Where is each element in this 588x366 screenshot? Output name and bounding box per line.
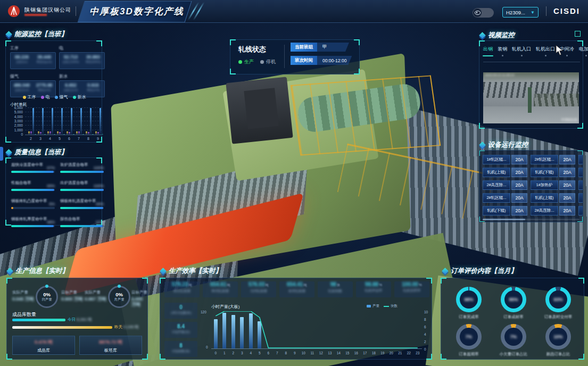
bar bbox=[32, 108, 34, 135]
slab-stock-card: 8876.72 吨 板坯库 bbox=[79, 336, 142, 355]
quality-label: 装炉温度合格率 bbox=[60, 162, 88, 167]
bar bbox=[61, 108, 63, 135]
equipment-label: 1#轧区辊... bbox=[483, 155, 510, 164]
y-tick-label: 0 bbox=[9, 132, 23, 136]
quality-panel-title: 质量信息【当班】 bbox=[6, 148, 68, 157]
left-edge-tab[interactable] bbox=[0, 147, 3, 161]
quality-progress-track bbox=[60, 189, 104, 191]
hour-tick: 7 bbox=[274, 351, 280, 355]
x-tick-label: 5 bbox=[56, 137, 63, 140]
quality-value: 99% bbox=[47, 184, 55, 188]
energy-panel: 工序68.226总耗(tce)39.449单耗(kgce/t)电52.713总耗… bbox=[5, 40, 102, 143]
shift-time-badge: 班次时间 00:00-12:00 bbox=[291, 56, 352, 65]
hour-tick: 18 bbox=[370, 351, 377, 355]
bar bbox=[54, 134, 55, 135]
day-output-gauge: 0% 日产量 bbox=[36, 286, 58, 308]
equipment-row: 2#高压除...20A1#加热炉20A bbox=[483, 180, 583, 190]
bar bbox=[102, 134, 103, 135]
finished-stock-card: 0.476 吨 成品库 bbox=[12, 336, 75, 355]
quality-label: 钢板终轧厚度命中率 bbox=[11, 217, 47, 221]
quality-value: 98% bbox=[47, 220, 55, 224]
energy-value: 68.226 bbox=[11, 54, 33, 60]
legend-dot-icon bbox=[55, 96, 58, 99]
efficiency-panel-title: 生产效率【实时】 bbox=[161, 267, 222, 276]
camera-tab-3[interactable]: 轧机入口 bbox=[512, 46, 531, 53]
quality-progress-fill bbox=[60, 207, 103, 209]
energy-metric: 52.713总耗(万kWh) bbox=[60, 53, 82, 69]
legend-label: 新水 bbox=[78, 95, 86, 99]
energy-unit: 单耗(kWh/t) bbox=[82, 60, 104, 64]
equipment-label: 2#高压除... bbox=[483, 180, 510, 190]
equipment-item-partial bbox=[578, 168, 583, 177]
energy-metric: 68.226总耗(tce) bbox=[11, 53, 33, 69]
hour-tick: 2 bbox=[230, 351, 236, 355]
company-logo-icon bbox=[7, 5, 20, 18]
page-title: 中厚板3D数字化产线 bbox=[89, 5, 184, 18]
hour-tick: 21 bbox=[397, 351, 403, 355]
bar bbox=[30, 131, 32, 135]
camera-tab-6[interactable]: 电加热 bbox=[579, 46, 588, 53]
energy-group-name: 煤气 bbox=[10, 73, 56, 79]
equipment-item-partial bbox=[578, 193, 583, 203]
hour-tick: 12 bbox=[318, 351, 324, 355]
mouse-cursor bbox=[556, 45, 564, 56]
bar bbox=[44, 134, 46, 135]
equipment-label: 轧机(上辊) bbox=[483, 168, 510, 177]
month-target-value: 5.000 万吨 bbox=[131, 296, 147, 308]
equipment-value: 20A bbox=[559, 155, 575, 164]
equipment-label: 2#高压除... bbox=[531, 206, 558, 215]
donut-value: 7% bbox=[456, 324, 482, 350]
bar bbox=[59, 132, 61, 135]
y-tick-label: 1,000 bbox=[9, 128, 23, 132]
camera-tab-2[interactable]: 装钢 bbox=[498, 46, 507, 53]
tab-underline bbox=[483, 62, 580, 62]
energy-group-values: 68.226总耗(tce)39.449单耗(kgce/t) bbox=[10, 52, 56, 69]
y-tick-label: 6,000 bbox=[9, 106, 23, 110]
quality-value: 99% bbox=[96, 202, 104, 206]
month-output-gauge: 0% 月产量 bbox=[108, 286, 130, 308]
header-divider bbox=[546, 6, 546, 16]
quality-item: 装炉温度合格率100% bbox=[60, 161, 104, 175]
cctv-thumbnail[interactable]: 2023-09-13 11:28:14 中厚板轧线 bbox=[483, 72, 579, 123]
right-axis-tick: 6 bbox=[424, 325, 426, 329]
quality-progress-fill bbox=[11, 189, 54, 191]
legend-label: 工序 bbox=[28, 95, 36, 99]
energy-group-name: 工序 bbox=[10, 45, 56, 51]
quality-item: 钢板终轧温度命中率99% bbox=[60, 197, 104, 211]
hour-tick: 16 bbox=[353, 351, 359, 355]
x-tick-label: 9 bbox=[94, 137, 102, 140]
top-bar: 陕钢集团汉钢公司 中厚板3D数字化产线 H2309... ▼ CISDI bbox=[0, 0, 588, 23]
donut-value: 98% bbox=[456, 287, 482, 312]
scrollbar-thumb[interactable] bbox=[483, 219, 525, 220]
visibility-toggle[interactable] bbox=[473, 8, 494, 18]
company-subtext bbox=[24, 14, 47, 16]
equipment-scrollbar[interactable] bbox=[483, 219, 579, 220]
quality-progress-track bbox=[11, 225, 55, 227]
donut-label: 订单成材率 bbox=[490, 314, 537, 320]
expand-icon[interactable] bbox=[575, 31, 581, 37]
bar bbox=[80, 108, 82, 135]
production-panel: 实际产量 0.045 万吨 0% 日产量 目标产量 0.900 万吨 实际产量 … bbox=[6, 278, 148, 360]
hour-tick: 14 bbox=[335, 351, 342, 355]
equipment-value: 20A bbox=[511, 168, 527, 177]
bar bbox=[69, 132, 70, 135]
quality-label: 钢板终轧温度命中率 bbox=[60, 198, 96, 203]
month-target-label: 目标产量 bbox=[131, 290, 147, 295]
camera-tab-4[interactable]: 轧机出口 bbox=[536, 46, 555, 53]
right-axis-tick: 4 bbox=[424, 332, 426, 336]
bar-group bbox=[47, 108, 55, 135]
quality-item: 探伤合格率97% bbox=[60, 215, 104, 229]
quality-item: 出炉温度合格率100% bbox=[60, 179, 104, 193]
camera-tab-1[interactable]: 出钢 bbox=[483, 46, 493, 53]
efficiency-panel: 579.23吨班次轧制量654.61吨昨日轧制量576.03吨当日轧制量654.… bbox=[160, 278, 432, 360]
order-donut: 98% bbox=[456, 287, 482, 312]
green-dot-icon bbox=[238, 60, 242, 64]
device-select-dropdown[interactable]: H2309... ▼ bbox=[502, 7, 539, 18]
bar-group bbox=[57, 108, 65, 135]
cctv-camera-label: 中厚板轧线 bbox=[561, 118, 577, 122]
diamond-icon bbox=[479, 142, 486, 148]
donut-value: 93% bbox=[545, 287, 571, 312]
equipment-item: 2#轧区辊...20A bbox=[483, 193, 527, 203]
order-donut: 93% bbox=[545, 287, 571, 312]
energy-group-name: 新水 bbox=[59, 73, 105, 79]
